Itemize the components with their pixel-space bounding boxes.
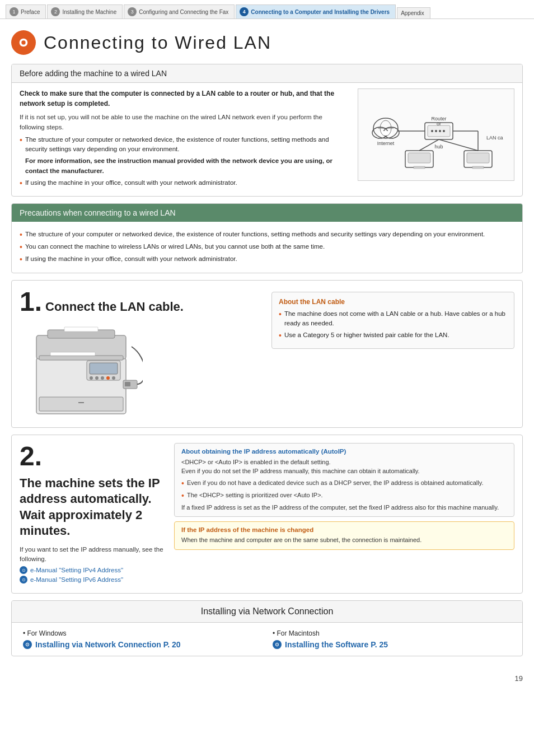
lan-dot-1: • [279, 309, 282, 319]
page-number: 19 [0, 674, 534, 688]
windows-install-link[interactable]: ⊙ Installing via Network Connection P. 2… [23, 640, 261, 649]
ipchange-box: If the IP address of the machine is chan… [174, 521, 514, 550]
network-diagram: Internet Router or [358, 88, 514, 181]
precaution-bullet-1: • The structure of your computer or netw… [20, 230, 514, 240]
tab-label-connecting: Connecting to a Computer and Installing … [251, 9, 390, 15]
lan-text-2: Use a Category 5 or higher twisted pair … [284, 330, 449, 340]
precautions-header: Precautions when connecting to a wired L… [12, 204, 522, 222]
autoip-bullet-2: • The <DHCP> setting is prioritized over… [181, 491, 507, 501]
tab-installing-machine[interactable]: 2 Installing the Machine [47, 4, 123, 18]
autoip-dot-1: • [181, 478, 184, 488]
svg-point-36 [90, 376, 93, 380]
before-bullet-1: • The structure of your computer or netw… [20, 135, 349, 155]
tab-num-3: 3 [128, 7, 137, 16]
precaution-text-3: If using the machine in your office, con… [25, 254, 237, 264]
step2-link-ipv4-text: e-Manual "Setting IPv4 Address" [30, 567, 123, 573]
autoip-box: About obtaining the IP address automatic… [174, 443, 514, 517]
svg-point-37 [95, 376, 99, 380]
bullet-dot-3: • [20, 178, 22, 188]
step1-left: 1. Connect the LAN cable. [20, 288, 263, 419]
tab-appendix[interactable]: Appendix [397, 7, 430, 18]
installing-header: Installing via Network Connection [12, 601, 522, 623]
step2-link-ipv6[interactable]: ⊙ e-Manual "Setting IPv6 Address" [20, 576, 165, 584]
lan-cable-info-box: About the LAN cable • The machine does n… [271, 292, 514, 349]
autoip-line-2: Even if you do not set the IP address ma… [181, 466, 507, 476]
install-windows-col: • For Windows ⊙ Installing via Network C… [23, 629, 261, 649]
svg-rect-44 [125, 382, 130, 386]
link-icon-ipv4: ⊙ [20, 566, 27, 574]
autoip-bullet-2-text: The <DHCP> setting is prioritized over <… [187, 491, 323, 500]
svg-rect-41 [39, 397, 123, 411]
tab-num-4: 4 [240, 7, 249, 16]
svg-point-12 [431, 130, 433, 132]
precaution-bullet-2: • You can connect the machine to wireles… [20, 242, 514, 252]
step2-subtext: If you want to set the IP address manual… [20, 545, 165, 564]
svg-point-14 [439, 130, 441, 132]
autoip-title: About obtaining the IP address automatic… [181, 448, 507, 455]
svg-rect-23 [467, 153, 489, 163]
bullet-dot-1: • [20, 135, 22, 145]
svg-point-13 [435, 130, 437, 132]
step2-right: About obtaining the IP address automatic… [174, 443, 514, 550]
step1-header-row: 1. Connect the LAN cable. [20, 288, 263, 319]
tab-num-1: 1 [10, 7, 18, 16]
mac-install-link[interactable]: ⊙ Installing the Software P. 25 [273, 640, 511, 649]
step2-body: 2. The machine sets the IP address autom… [12, 435, 522, 594]
before-text: Check to make sure that the computer is … [20, 88, 349, 190]
svg-text:hub: hub [434, 144, 443, 150]
svg-point-1 [21, 40, 25, 44]
mac-link-icon: ⊙ [273, 640, 282, 649]
windows-link-text: Installing via Network Connection P. 20 [35, 640, 181, 649]
network-diagram-svg: Internet Router or [369, 95, 503, 173]
svg-rect-26 [408, 153, 430, 163]
ipchange-title: If the IP address of the machine is chan… [181, 526, 507, 533]
tab-label-preface: Preface [21, 9, 40, 15]
before-section-body: Check to make sure that the computer is … [12, 83, 522, 196]
tab-preface[interactable]: 1 Preface [6, 4, 46, 18]
svg-rect-33 [39, 356, 123, 360]
svg-rect-5 [379, 131, 392, 136]
svg-text:Internet: Internet [377, 141, 395, 146]
autoip-bullet-1: • Even if you do not have a dedicated de… [181, 478, 507, 488]
precaution-dot-3: • [20, 254, 22, 264]
before-bold-intro: Check to make sure that the computer is … [20, 88, 349, 109]
windows-link-icon: ⊙ [23, 640, 32, 649]
svg-text:LAN cable: LAN cable [486, 135, 503, 141]
step1-body: 1. Connect the LAN cable. [12, 281, 522, 427]
precautions-section: Precautions when connecting to a wired L… [11, 203, 523, 273]
svg-rect-45 [64, 327, 98, 332]
page-num-text: 19 [515, 674, 523, 683]
step2-section: 2. The machine sets the IP address autom… [11, 435, 523, 594]
tab-configuring[interactable]: 3 Configuring and Connecting the Fax [124, 4, 235, 18]
tab-num-2: 2 [51, 7, 60, 16]
page-title: Connecting to Wired LAN [44, 32, 271, 53]
installing-header-text: Installing via Network Connection [201, 606, 334, 616]
svg-point-40 [112, 376, 115, 380]
machine-svg [20, 324, 143, 419]
page-title-icon [11, 30, 36, 55]
tab-connecting-computer[interactable]: 4 Connecting to a Computer and Installin… [236, 4, 396, 18]
lan-cable-title: About the LAN cable [279, 298, 507, 306]
precaution-text-1: The structure of your computer or networ… [25, 230, 485, 239]
nav-tabs: 1 Preface 2 Installing the Machine 3 Con… [0, 0, 534, 19]
installing-section: Installing via Network Connection • For … [11, 600, 523, 656]
before-section-header: Before adding the machine to a wired LAN [12, 64, 522, 83]
before-section-layout: Check to make sure that the computer is … [20, 88, 514, 190]
precaution-dot-2: • [20, 242, 22, 252]
autoip-dot-2: • [181, 491, 184, 501]
step2-title: The machine sets the IP address automati… [20, 475, 165, 539]
install-mac-col: • For Macintosh ⊙ Installing the Softwar… [273, 629, 511, 649]
step1-number: 1. [20, 288, 42, 315]
svg-rect-27 [414, 166, 425, 169]
step1-machine-diagram [20, 324, 143, 419]
tab-label-installing: Installing the Machine [62, 9, 116, 15]
installing-body: • For Windows ⊙ Installing via Network C… [12, 623, 522, 656]
lan-bullet-2: • Use a Category 5 or higher twisted pai… [279, 330, 507, 340]
before-bullet-3: • If using the machine in your office, c… [20, 178, 349, 188]
step2-link-ipv4[interactable]: ⊙ e-Manual "Setting IPv4 Address" [20, 566, 165, 574]
svg-rect-24 [472, 166, 484, 169]
page-title-row: Connecting to Wired LAN [11, 30, 523, 55]
autoip-line-3: If a fixed IP address is set as the IP a… [181, 503, 507, 512]
svg-text:or: or [437, 121, 441, 127]
mac-link-text: Installing the Software P. 25 [285, 640, 388, 649]
